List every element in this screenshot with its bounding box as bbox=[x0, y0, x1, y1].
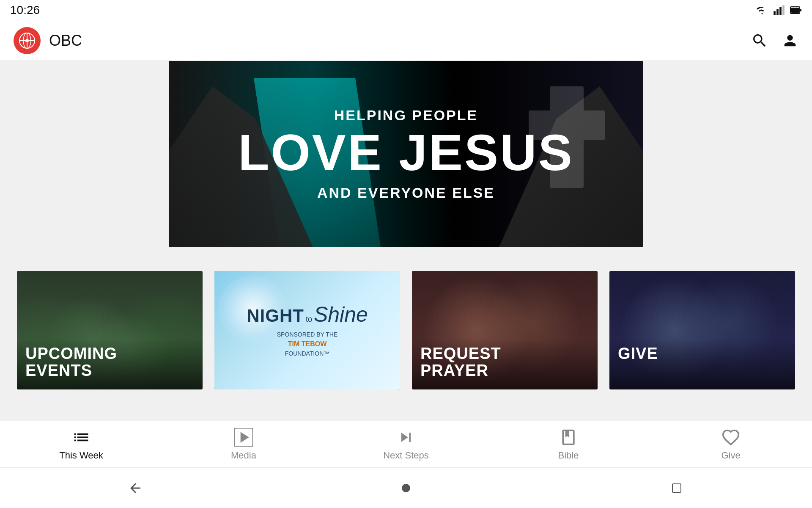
next-steps-icon bbox=[397, 428, 415, 447]
svg-rect-5 bbox=[800, 9, 801, 11]
svg-point-11 bbox=[25, 39, 29, 42]
night-text: NIGHT bbox=[247, 306, 304, 326]
status-icons bbox=[756, 4, 802, 16]
card-request-prayer[interactable]: REQUEST PRAYER bbox=[412, 271, 598, 389]
bottom-nav: This Week Media Next Steps Bible Give bbox=[0, 421, 812, 467]
obc-logo-icon bbox=[19, 32, 36, 49]
app-title: OBC bbox=[49, 32, 82, 50]
app-bar-left: OBC bbox=[14, 27, 82, 54]
sponsored-text: SPONSORED BY THE TIM TEBOW FOUNDATION™ bbox=[277, 330, 337, 358]
nav-item-bible[interactable]: Bible bbox=[526, 428, 611, 461]
nav-item-media[interactable]: Media bbox=[201, 428, 286, 461]
card-give-label: GIVE bbox=[618, 345, 787, 383]
card-request-prayer-label: REQUEST PRAYER bbox=[420, 345, 589, 383]
svg-rect-3 bbox=[782, 5, 785, 15]
this-week-icon bbox=[72, 428, 91, 447]
app-bar: OBC bbox=[0, 20, 812, 61]
account-icon[interactable] bbox=[782, 32, 798, 49]
status-bar: 10:26 bbox=[0, 0, 812, 20]
svg-rect-2 bbox=[779, 7, 782, 15]
nav-label-this-week: This Week bbox=[59, 450, 103, 461]
back-button[interactable] bbox=[123, 475, 148, 501]
give-icon bbox=[721, 428, 740, 447]
card-upcoming-events-label: UPCOMING EVENTS bbox=[25, 345, 194, 383]
shine-text: Shine bbox=[314, 302, 368, 327]
status-time: 10:26 bbox=[10, 3, 40, 17]
hero-title: LOVE JESUS bbox=[238, 127, 574, 178]
card-night-to-shine[interactable]: NIGHT to Shine SPONSORED BY THE TIM TEBO… bbox=[214, 271, 400, 389]
tim-tebow-text: TIM TEBOW bbox=[288, 340, 327, 348]
wifi-icon bbox=[756, 4, 768, 16]
battery-icon bbox=[790, 4, 802, 16]
hero-banner[interactable]: HELPING PEOPLE LOVE JESUS AND EVERYONE E… bbox=[169, 61, 643, 247]
bible-icon bbox=[559, 428, 578, 447]
home-button[interactable] bbox=[393, 475, 419, 501]
to-text: to bbox=[306, 315, 312, 324]
svg-rect-1 bbox=[776, 9, 779, 15]
nav-label-bible: Bible bbox=[558, 450, 579, 461]
nav-label-give: Give bbox=[721, 450, 740, 461]
app-logo[interactable] bbox=[14, 27, 41, 54]
recents-square-icon bbox=[672, 483, 681, 493]
cards-section: UPCOMING EVENTS NIGHT to Shine SPONSORED… bbox=[0, 262, 812, 398]
svg-rect-0 bbox=[774, 11, 776, 15]
card-give[interactable]: GIVE bbox=[609, 271, 795, 389]
card-upcoming-events[interactable]: UPCOMING EVENTS bbox=[17, 271, 203, 389]
hero-text: HELPING PEOPLE LOVE JESUS AND EVERYONE E… bbox=[238, 107, 574, 201]
hero-subtitle-bottom: AND EVERYONE ELSE bbox=[238, 185, 574, 201]
home-dot-icon bbox=[402, 484, 410, 492]
android-nav bbox=[0, 467, 812, 508]
hero-subtitle-top: HELPING PEOPLE bbox=[238, 107, 574, 124]
nav-label-media: Media bbox=[231, 450, 256, 461]
svg-rect-6 bbox=[791, 8, 799, 13]
night-to-shine-content: NIGHT to Shine SPONSORED BY THE TIM TEBO… bbox=[214, 271, 400, 389]
back-icon bbox=[128, 480, 143, 496]
app-bar-actions bbox=[751, 32, 798, 49]
signal-icon bbox=[773, 4, 785, 16]
search-icon[interactable] bbox=[751, 32, 768, 49]
nav-item-give[interactable]: Give bbox=[689, 428, 773, 461]
nav-item-next-steps[interactable]: Next Steps bbox=[364, 428, 448, 461]
nav-label-next-steps: Next Steps bbox=[383, 450, 429, 461]
nav-item-this-week[interactable]: This Week bbox=[39, 428, 123, 461]
media-icon bbox=[234, 428, 253, 447]
recents-button[interactable] bbox=[664, 475, 689, 501]
